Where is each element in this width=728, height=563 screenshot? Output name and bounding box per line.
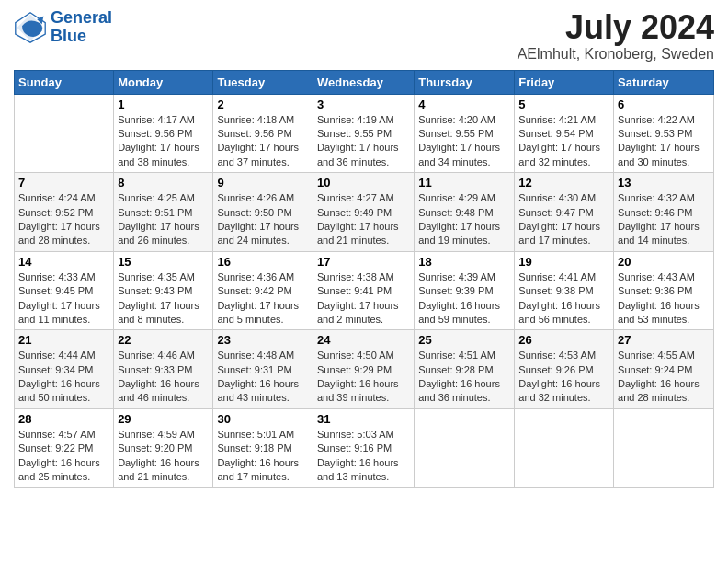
calendar-table: SundayMondayTuesdayWednesdayThursdayFrid… <box>14 70 714 488</box>
day-info: Sunrise: 4:22 AM Sunset: 9:53 PM Dayligh… <box>618 113 710 170</box>
day-number: 5 <box>518 98 609 111</box>
day-number: 30 <box>217 412 309 426</box>
calendar-cell: 28Sunrise: 4:57 AM Sunset: 9:22 PM Dayli… <box>15 408 114 488</box>
calendar-cell: 23Sunrise: 4:48 AM Sunset: 9:31 PM Dayli… <box>213 330 313 409</box>
day-number: 22 <box>118 333 209 347</box>
day-info: Sunrise: 4:25 AM Sunset: 9:51 PM Dayligh… <box>118 191 209 248</box>
day-info: Sunrise: 4:32 AM Sunset: 9:46 PM Dayligh… <box>618 191 710 248</box>
calendar-day-header: Thursday <box>415 70 515 94</box>
day-info: Sunrise: 4:44 AM Sunset: 9:34 PM Dayligh… <box>18 349 109 406</box>
day-info: Sunrise: 4:51 AM Sunset: 9:28 PM Dayligh… <box>418 349 510 406</box>
day-info: Sunrise: 4:53 AM Sunset: 9:26 PM Dayligh… <box>518 349 609 406</box>
day-info: Sunrise: 4:57 AM Sunset: 9:22 PM Dayligh… <box>18 428 109 485</box>
day-number: 10 <box>317 176 410 190</box>
calendar-cell <box>515 408 614 488</box>
calendar-day-header: Sunday <box>15 70 114 94</box>
calendar-cell: 13Sunrise: 4:32 AM Sunset: 9:46 PM Dayli… <box>614 173 714 252</box>
day-info: Sunrise: 4:55 AM Sunset: 9:24 PM Dayligh… <box>618 349 710 406</box>
calendar-day-header: Monday <box>114 70 213 94</box>
calendar-cell: 17Sunrise: 4:38 AM Sunset: 9:41 PM Dayli… <box>313 251 414 330</box>
calendar-cell: 6Sunrise: 4:22 AM Sunset: 9:53 PM Daylig… <box>614 94 714 173</box>
calendar-cell: 18Sunrise: 4:39 AM Sunset: 9:39 PM Dayli… <box>415 251 515 330</box>
calendar-cell: 7Sunrise: 4:24 AM Sunset: 9:52 PM Daylig… <box>15 173 114 252</box>
calendar-cell: 10Sunrise: 4:27 AM Sunset: 9:49 PM Dayli… <box>313 173 414 252</box>
day-number: 11 <box>418 176 510 190</box>
day-info: Sunrise: 4:50 AM Sunset: 9:29 PM Dayligh… <box>317 349 410 406</box>
calendar-body: 1Sunrise: 4:17 AM Sunset: 9:56 PM Daylig… <box>15 94 714 488</box>
day-info: Sunrise: 4:30 AM Sunset: 9:47 PM Dayligh… <box>518 191 609 248</box>
day-info: Sunrise: 4:46 AM Sunset: 9:33 PM Dayligh… <box>118 349 209 406</box>
calendar-cell <box>614 408 714 488</box>
day-info: Sunrise: 4:17 AM Sunset: 9:56 PM Dayligh… <box>118 113 209 170</box>
day-info: Sunrise: 4:43 AM Sunset: 9:36 PM Dayligh… <box>618 270 710 327</box>
day-number: 29 <box>118 412 209 426</box>
day-number: 31 <box>317 412 410 426</box>
main-title: July 2024 <box>518 9 714 46</box>
calendar-day-header: Wednesday <box>313 70 414 94</box>
day-info: Sunrise: 4:24 AM Sunset: 9:52 PM Dayligh… <box>18 191 109 248</box>
day-info: Sunrise: 4:19 AM Sunset: 9:55 PM Dayligh… <box>317 113 410 170</box>
day-number: 20 <box>618 255 710 269</box>
calendar-cell: 5Sunrise: 4:21 AM Sunset: 9:54 PM Daylig… <box>515 94 614 173</box>
day-number: 23 <box>217 333 309 347</box>
page: General Blue July 2024 AElmhult, Kronobe… <box>0 0 728 497</box>
calendar-day-header: Friday <box>515 70 614 94</box>
calendar-cell: 4Sunrise: 4:20 AM Sunset: 9:55 PM Daylig… <box>415 94 515 173</box>
calendar-week-row: 21Sunrise: 4:44 AM Sunset: 9:34 PM Dayli… <box>15 330 714 409</box>
day-info: Sunrise: 4:18 AM Sunset: 9:56 PM Dayligh… <box>217 113 309 170</box>
calendar-cell <box>15 94 114 173</box>
calendar-cell: 12Sunrise: 4:30 AM Sunset: 9:47 PM Dayli… <box>515 173 614 252</box>
calendar-cell: 8Sunrise: 4:25 AM Sunset: 9:51 PM Daylig… <box>114 173 213 252</box>
calendar-header-row: SundayMondayTuesdayWednesdayThursdayFrid… <box>15 70 714 94</box>
day-info: Sunrise: 4:41 AM Sunset: 9:38 PM Dayligh… <box>518 270 609 327</box>
calendar-cell: 30Sunrise: 5:01 AM Sunset: 9:18 PM Dayli… <box>213 408 313 488</box>
day-number: 17 <box>317 255 410 269</box>
calendar-cell: 21Sunrise: 4:44 AM Sunset: 9:34 PM Dayli… <box>15 330 114 409</box>
sub-title: AElmhult, Kronoberg, Sweden <box>518 46 714 63</box>
calendar-cell: 19Sunrise: 4:41 AM Sunset: 9:38 PM Dayli… <box>515 251 614 330</box>
calendar-cell: 26Sunrise: 4:53 AM Sunset: 9:26 PM Dayli… <box>515 330 614 409</box>
calendar-cell: 2Sunrise: 4:18 AM Sunset: 9:56 PM Daylig… <box>213 94 313 173</box>
calendar-cell: 25Sunrise: 4:51 AM Sunset: 9:28 PM Dayli… <box>415 330 515 409</box>
calendar-cell: 31Sunrise: 5:03 AM Sunset: 9:16 PM Dayli… <box>313 408 414 488</box>
calendar-day-header: Tuesday <box>213 70 313 94</box>
day-number: 2 <box>217 98 309 111</box>
day-info: Sunrise: 5:03 AM Sunset: 9:16 PM Dayligh… <box>317 428 410 485</box>
day-info: Sunrise: 4:29 AM Sunset: 9:48 PM Dayligh… <box>418 191 510 248</box>
day-number: 7 <box>18 176 109 190</box>
day-number: 18 <box>418 255 510 269</box>
title-area: July 2024 AElmhult, Kronoberg, Sweden <box>518 9 714 63</box>
day-info: Sunrise: 4:39 AM Sunset: 9:39 PM Dayligh… <box>418 270 510 327</box>
logo-icon <box>14 11 47 44</box>
day-number: 1 <box>118 98 209 111</box>
calendar-cell: 14Sunrise: 4:33 AM Sunset: 9:45 PM Dayli… <box>15 251 114 330</box>
calendar-cell: 16Sunrise: 4:36 AM Sunset: 9:42 PM Dayli… <box>213 251 313 330</box>
day-info: Sunrise: 4:59 AM Sunset: 9:20 PM Dayligh… <box>118 428 209 485</box>
day-info: Sunrise: 4:27 AM Sunset: 9:49 PM Dayligh… <box>317 191 410 248</box>
day-info: Sunrise: 4:36 AM Sunset: 9:42 PM Dayligh… <box>217 270 309 327</box>
header: General Blue July 2024 AElmhult, Kronobe… <box>14 9 714 63</box>
day-info: Sunrise: 4:38 AM Sunset: 9:41 PM Dayligh… <box>317 270 410 327</box>
day-number: 6 <box>618 98 710 111</box>
calendar-cell: 11Sunrise: 4:29 AM Sunset: 9:48 PM Dayli… <box>415 173 515 252</box>
calendar-cell: 29Sunrise: 4:59 AM Sunset: 9:20 PM Dayli… <box>114 408 213 488</box>
day-info: Sunrise: 4:20 AM Sunset: 9:55 PM Dayligh… <box>418 113 510 170</box>
calendar-week-row: 28Sunrise: 4:57 AM Sunset: 9:22 PM Dayli… <box>15 408 714 488</box>
day-number: 26 <box>518 333 609 347</box>
calendar-week-row: 14Sunrise: 4:33 AM Sunset: 9:45 PM Dayli… <box>15 251 714 330</box>
day-number: 14 <box>18 255 109 269</box>
day-info: Sunrise: 5:01 AM Sunset: 9:18 PM Dayligh… <box>217 428 309 485</box>
day-number: 15 <box>118 255 209 269</box>
day-number: 28 <box>18 412 109 426</box>
day-number: 4 <box>418 98 510 111</box>
calendar-cell: 24Sunrise: 4:50 AM Sunset: 9:29 PM Dayli… <box>313 330 414 409</box>
calendar-week-row: 1Sunrise: 4:17 AM Sunset: 9:56 PM Daylig… <box>15 94 714 173</box>
calendar-cell: 9Sunrise: 4:26 AM Sunset: 9:50 PM Daylig… <box>213 173 313 252</box>
calendar-cell <box>415 408 515 488</box>
calendar-cell: 15Sunrise: 4:35 AM Sunset: 9:43 PM Dayli… <box>114 251 213 330</box>
day-number: 13 <box>618 176 710 190</box>
day-number: 8 <box>118 176 209 190</box>
day-number: 9 <box>217 176 309 190</box>
calendar-cell: 22Sunrise: 4:46 AM Sunset: 9:33 PM Dayli… <box>114 330 213 409</box>
calendar-cell: 27Sunrise: 4:55 AM Sunset: 9:24 PM Dayli… <box>614 330 714 409</box>
